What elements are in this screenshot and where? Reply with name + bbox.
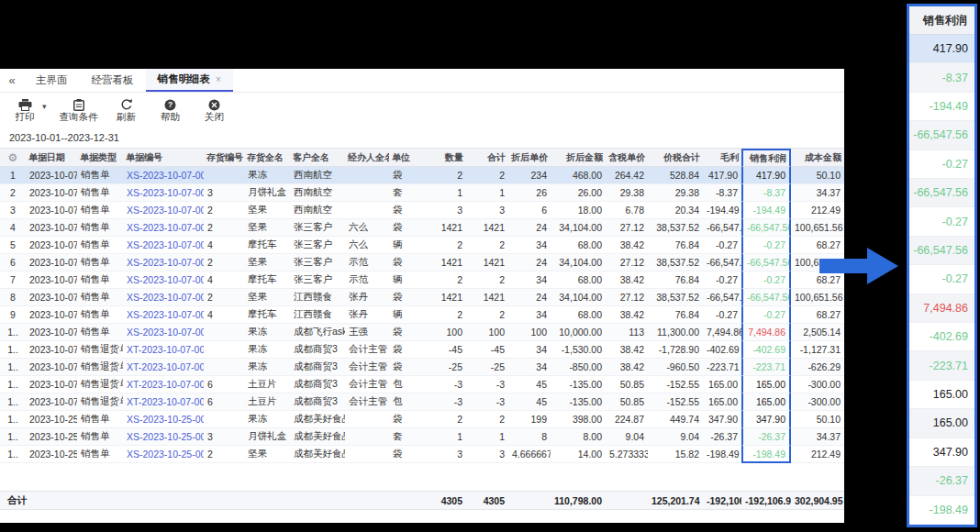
cell-profit: 7,494.86: [741, 324, 791, 341]
tab-close-icon[interactable]: ×: [216, 74, 221, 84]
toolbar-button-关闭[interactable]: 关闭: [199, 97, 230, 124]
table-row[interactable]: 32023-10-07销售单XS-2023-10-07-000402坚果西南航空…: [0, 202, 844, 219]
cell-qty: -25: [418, 359, 466, 376]
column-header-tax_total[interactable]: 价税合计: [648, 149, 703, 167]
cell-doc_no[interactable]: XS-2023-10-25-00028: [123, 446, 204, 463]
查询条件-toolgroup: 查询条件: [60, 97, 98, 124]
column-header-total[interactable]: 合计: [466, 149, 508, 167]
column-header-handler[interactable]: 经办人全名: [345, 149, 389, 167]
column-header-disc_amount[interactable]: 折后金额: [551, 149, 606, 167]
column-header-doc_no[interactable]: 单据编号: [123, 149, 204, 167]
profit-panel-value: 347.90: [909, 438, 974, 467]
cell-doc_no[interactable]: XS-2023-10-07-00040: [123, 184, 204, 202]
table-row[interactable]: 1..2023-10-07销售退货单XT-2023-10-07-00009果冻成…: [0, 359, 844, 376]
cell-date: 2023-10-07: [26, 184, 77, 202]
cell-doc_no[interactable]: XS-2023-10-07-00040: [123, 167, 204, 184]
cell-doc_no[interactable]: XS-2023-10-07-00040: [123, 202, 204, 219]
cell-doc_no[interactable]: XS-2023-10-07-00042: [123, 254, 204, 272]
table-row[interactable]: 1..2023-10-07销售退货单XT-2023-10-07-000116土豆…: [0, 393, 844, 411]
cell-inv_name: 果冻: [244, 167, 290, 184]
table-row[interactable]: 22023-10-07销售单XS-2023-10-07-000403月饼礼盒西南…: [0, 184, 844, 202]
printer-icon: [18, 97, 32, 111]
cell-tax_price: 264.42: [606, 167, 648, 184]
column-header-profit[interactable]: 销售利润: [741, 149, 791, 167]
column-header-qty[interactable]: 数量: [418, 149, 466, 167]
gear-icon[interactable]: ⚙: [8, 151, 18, 164]
cell-doc_no[interactable]: XS-2023-10-07-00044: [123, 324, 204, 341]
toolbar-button-打印[interactable]: 打印: [9, 97, 40, 124]
table-row[interactable]: 72023-10-07销售单XS-2023-10-07-000424摩托车张三客…: [0, 272, 844, 289]
table-row[interactable]: 1..2023-10-25销售单XS-2023-10-25-000282坚果成都…: [0, 446, 844, 463]
table-row[interactable]: 52023-10-07销售单XS-2023-10-07-000414摩托车张三客…: [0, 237, 844, 254]
column-header-date[interactable]: 单据日期: [26, 149, 77, 167]
column-header-cost[interactable]: 成本金额: [791, 149, 844, 167]
column-header-type[interactable]: 单据类型: [77, 149, 123, 167]
cell-type: 销售退货单: [77, 359, 123, 376]
column-header-gross[interactable]: 毛利: [703, 149, 741, 167]
cell-inv_no: 6: [204, 376, 244, 393]
cell-date: 2023-10-07: [26, 324, 77, 341]
cell-profit: -198.49: [741, 446, 791, 463]
dropdown-caret-icon[interactable]: ▾: [42, 102, 47, 111]
cell-inv_no: 4: [204, 272, 244, 289]
cell-unit: 辆: [389, 306, 418, 324]
column-header-unit[interactable]: 单位: [389, 149, 418, 167]
column-header-tax_price[interactable]: 含税单价: [606, 149, 648, 167]
cell-type: 销售退货单: [77, 393, 123, 411]
cell-doc_no[interactable]: XS-2023-10-25-00028: [123, 411, 204, 428]
table-row[interactable]: 62023-10-07销售单XS-2023-10-07-000422坚果张三客户…: [0, 254, 844, 272]
column-header-inv_no[interactable]: 存货编号: [204, 149, 244, 167]
cell-doc_no[interactable]: XT-2023-10-07-00009: [123, 359, 204, 376]
cell-date: 2023-10-07: [26, 376, 77, 393]
column-settings-header[interactable]: ⚙: [0, 149, 26, 167]
collapse-sidebar-icon[interactable]: «: [0, 69, 24, 92]
cell-tax_total: -960.50: [648, 359, 703, 376]
cell-doc_no[interactable]: XS-2023-10-07-00043: [123, 289, 204, 306]
cell-customer: 张三客户: [290, 237, 345, 254]
cell-doc_no[interactable]: XS-2023-10-07-00041: [123, 237, 204, 254]
cell-doc_no[interactable]: XS-2023-10-07-00042: [123, 272, 204, 289]
cell-type: 销售单: [77, 411, 123, 428]
cell-inv_no: [204, 167, 244, 184]
column-header-customer[interactable]: 客户全名: [290, 149, 345, 167]
cell-total: -3: [466, 393, 508, 411]
cell-doc_no[interactable]: XT-2023-10-07-00011: [123, 393, 204, 411]
toolbar-button-查询条件[interactable]: 查询条件: [60, 97, 98, 124]
cell-unit: 辆: [389, 272, 418, 289]
cell-gross: 347.90: [703, 411, 741, 428]
cell-doc_no[interactable]: XT-2023-10-07-00010: [123, 376, 204, 393]
table-row[interactable]: 1..2023-10-25销售单XS-2023-10-25-00028果冻成都美…: [0, 411, 844, 428]
cell-inv_no: 4: [204, 237, 244, 254]
tab-主界面[interactable]: 主界面: [24, 69, 80, 92]
tab-销售明细表[interactable]: 销售明细表×: [146, 69, 233, 92]
table-row[interactable]: 82023-10-07销售单XS-2023-10-07-000432坚果江西赣食…: [0, 289, 844, 306]
tab-经营看板[interactable]: 经营看板: [80, 69, 146, 92]
table-row[interactable]: 42023-10-07销售单XS-2023-10-07-000412坚果张三客户…: [0, 219, 844, 237]
table-row[interactable]: 1..2023-10-07销售退货单XT-2023-10-07-000106土豆…: [0, 376, 844, 393]
cell-gross: -66,547.56: [703, 289, 741, 306]
cell-doc_no[interactable]: XS-2023-10-07-00041: [123, 219, 204, 237]
cell-customer: 成都商贸3: [290, 359, 345, 376]
close-circle-icon: [208, 97, 220, 111]
column-header-disc_price[interactable]: 折后单价: [508, 149, 551, 167]
column-header-inv_name[interactable]: 存货全名: [244, 149, 290, 167]
sales-detail-table: ⚙单据日期单据类型单据编号存货编号存货全名客户全名经办人全名单位数量合计折后单价…: [0, 149, 844, 463]
table-row[interactable]: 1..2023-10-25销售单XS-2023-10-25-000283月饼礼盒…: [0, 428, 844, 446]
table-row[interactable]: 1..2023-10-07销售单XS-2023-10-07-00044果冻成都飞…: [0, 324, 844, 341]
profit-panel-value: -8.37: [909, 63, 974, 92]
cell-doc_no[interactable]: XS-2023-10-25-00028: [123, 428, 204, 446]
table-row[interactable]: 92023-10-07销售单XS-2023-10-07-000434摩托车江西赣…: [0, 306, 844, 324]
toolbar-button-刷新[interactable]: 刷新: [111, 97, 142, 124]
cell-total: 2: [466, 306, 508, 324]
cell-profit: -223.71: [741, 359, 791, 376]
total-cell-no: 合计: [0, 491, 77, 510]
cell-doc_no[interactable]: XT-2023-10-07-00008: [123, 341, 204, 359]
table-row[interactable]: 1..2023-10-07销售退货单XT-2023-10-07-00008果冻成…: [0, 341, 844, 359]
cell-inv_name: 果冻: [244, 359, 290, 376]
cell-disc_amount: 34,104.00: [551, 289, 606, 306]
toolbar-button-帮助[interactable]: ?帮助: [155, 97, 186, 124]
打印-toolgroup: 打印▾: [9, 97, 47, 124]
cell-disc_price: 234: [508, 167, 551, 184]
cell-doc_no[interactable]: XS-2023-10-07-00043: [123, 306, 204, 324]
table-row[interactable]: 12023-10-07销售单XS-2023-10-07-00040果冻西南航空袋…: [0, 167, 844, 184]
